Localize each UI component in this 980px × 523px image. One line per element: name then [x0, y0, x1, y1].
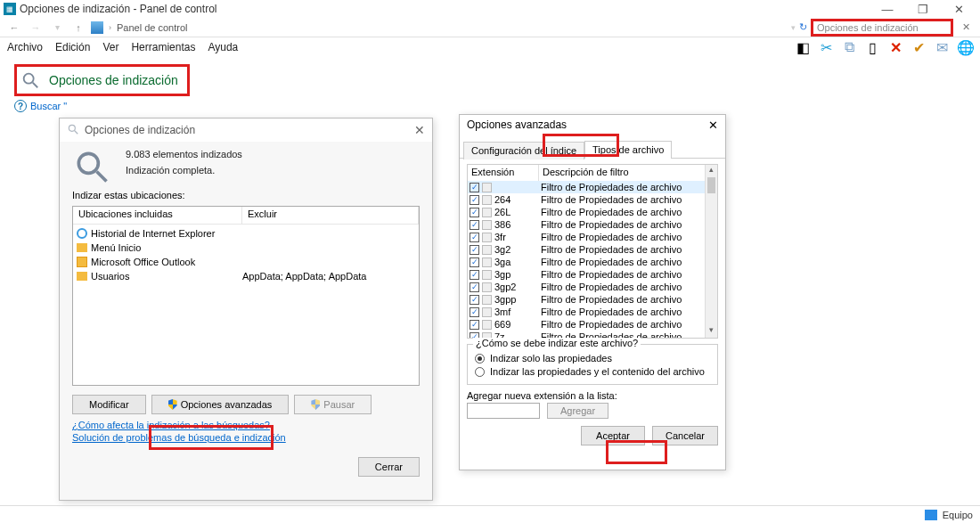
scroll-thumb[interactable] [707, 177, 715, 193]
checkbox[interactable]: ✓ [470, 220, 479, 230]
col-exclude[interactable]: Excluir [242, 207, 419, 224]
copy-icon[interactable]: ⧉ [841, 39, 857, 55]
add-extension-button[interactable]: Agregar [547, 403, 608, 419]
checkbox[interactable]: ✓ [470, 257, 479, 267]
refresh-button[interactable]: ↻ [799, 21, 807, 33]
close-button[interactable]: ✕ [941, 3, 976, 16]
svg-point-1 [69, 125, 75, 131]
file-type-row[interactable]: ✓7zFiltro de Propiedades de archivo [468, 331, 705, 338]
paste-icon[interactable]: ▯ [864, 39, 880, 56]
file-type-row[interactable]: ✓3frFiltro de Propiedades de archivo [468, 231, 705, 243]
locations-label: Indizar estas ubicaciones: [72, 190, 420, 200]
advanced-options-dialog: Opciones avanzadas ✕ Configuración del í… [459, 114, 726, 470]
col-extension[interactable]: Extensión [468, 165, 539, 181]
extension-text: 3fr [494, 232, 506, 242]
radio-properties-content[interactable] [475, 367, 485, 377]
checkbox[interactable]: ✓ [470, 307, 479, 317]
col-included[interactable]: Ubicaciones incluidas [73, 207, 242, 224]
file-type-row[interactable]: ✓3gppFiltro de Propiedades de archivo [468, 293, 705, 306]
extension-text: 26L [494, 207, 510, 217]
file-type-row[interactable]: ✓264Filtro de Propiedades de archivo [468, 193, 705, 206]
filetype-icon [482, 245, 492, 255]
advanced-options-button[interactable]: Opciones avanzadas [151, 395, 290, 414]
forward-button[interactable]: → [27, 22, 45, 33]
menu-ayuda[interactable]: Ayuda [208, 41, 238, 53]
checkbox[interactable]: ✓ [470, 208, 479, 217]
checkbox[interactable]: ✓ [470, 282, 479, 292]
menu-ver[interactable]: Ver [102, 41, 118, 53]
extension-text: 669 [494, 319, 510, 330]
file-type-row[interactable]: ✓Filtro de Propiedades de archivo [468, 181, 705, 193]
location-row[interactable]: Microsoft Office Outlook [77, 255, 415, 269]
square-icon[interactable]: ◧ [795, 39, 811, 56]
checkbox[interactable]: ✓ [470, 295, 479, 305]
menu-herramientas[interactable]: Herramientas [131, 41, 195, 53]
filter-description: Filtro de Propiedades de archivo [539, 194, 705, 205]
file-type-row[interactable]: ✓3gp2Filtro de Propiedades de archivo [468, 281, 705, 293]
dlg2-title: Opciones avanzadas [467, 118, 567, 131]
cut-icon[interactable]: ✂ [818, 39, 834, 56]
dlg2-close-button[interactable]: ✕ [708, 118, 718, 132]
checkbox[interactable]: ✓ [470, 320, 479, 330]
filetype-icon [482, 270, 492, 280]
location-name: Menú Inicio [91, 242, 141, 253]
location-row[interactable]: UsuariosAppData; AppData; AppData [77, 269, 415, 283]
globe-icon[interactable]: 🌐 [957, 39, 973, 56]
buscar-link[interactable]: Buscar " [30, 101, 67, 111]
modify-button[interactable]: Modificar [72, 395, 146, 414]
dlg1-titlebar: Opciones de indización ✕ [60, 118, 432, 142]
minimize-button[interactable]: — [870, 3, 905, 16]
radio-properties-only[interactable] [475, 354, 485, 364]
col-description[interactable]: Descripción de filtro [539, 165, 705, 181]
search-clear-button[interactable]: ✕ [957, 21, 975, 33]
delete-icon[interactable]: ✕ [887, 39, 903, 56]
magnifier-icon [20, 70, 40, 90]
breadcrumb[interactable]: › Panel de control [91, 21, 788, 34]
filter-description: Filtro de Propiedades de archivo [539, 219, 705, 230]
checkbox[interactable]: ✓ [470, 233, 479, 242]
mail-icon[interactable]: ✉ [934, 39, 950, 56]
toolbar: ◧ ✂ ⧉ ▯ ✕ ✔ ✉ 🌐 [795, 39, 973, 56]
window-title: Opciones de indización - Panel de contro… [20, 3, 216, 15]
filter-description: Filtro de Propiedades de archivo [539, 319, 705, 330]
filter-description: Filtro de Propiedades de archivo [539, 306, 705, 317]
scroll-up-icon[interactable]: ▴ [706, 165, 717, 177]
svg-point-2 [78, 153, 98, 173]
status-equipo: Equipo [943, 510, 973, 520]
checkbox[interactable]: ✓ [470, 245, 479, 255]
page-header: Opciones de indización [14, 64, 190, 96]
check-icon[interactable]: ✔ [911, 39, 927, 56]
location-row[interactable]: Historial de Internet Explorer [77, 226, 415, 241]
pause-button[interactable]: Pausar [294, 395, 372, 414]
checkbox[interactable]: ✓ [470, 183, 479, 192]
checkbox[interactable]: ✓ [470, 270, 479, 280]
file-type-row[interactable]: ✓3gaFiltro de Propiedades de archivo [468, 256, 705, 268]
file-type-row[interactable]: ✓3mfFiltro de Propiedades de archivo [468, 306, 705, 318]
menu-bar: Archivo Edición Ver Herramientas Ayuda ◧… [0, 37, 980, 57]
file-type-row[interactable]: ✓386Filtro de Propiedades de archivo [468, 218, 705, 231]
cp-icon [91, 21, 103, 34]
search-placeholder: Opciones de indización [817, 22, 919, 33]
extension-text: 3gp2 [494, 282, 516, 292]
file-type-row[interactable]: ✓3g2Filtro de Propiedades de archivo [468, 243, 705, 256]
scrollbar[interactable]: ▴ ▾ [705, 165, 717, 338]
search-input[interactable]: Opciones de indización [811, 19, 953, 37]
highlight-tab [543, 134, 619, 157]
scroll-down-icon[interactable]: ▾ [706, 325, 717, 338]
file-type-row[interactable]: ✓669Filtro de Propiedades de archivo [468, 318, 705, 331]
file-type-row[interactable]: ✓3gpFiltro de Propiedades de archivo [468, 268, 705, 281]
close-dialog-button[interactable]: Cerrar [358, 457, 420, 477]
dlg1-close-button[interactable]: ✕ [414, 123, 425, 137]
extension-text: 3gpp [494, 294, 516, 305]
svg-point-0 [24, 74, 34, 84]
back-button[interactable]: ← [5, 22, 23, 33]
menu-edicion[interactable]: Edición [55, 41, 90, 53]
shield-icon [311, 399, 320, 410]
file-type-row[interactable]: ✓26LFiltro de Propiedades de archivo [468, 206, 705, 218]
menu-archivo[interactable]: Archivo [7, 41, 43, 53]
location-row[interactable]: Menú Inicio [77, 241, 415, 255]
maximize-button[interactable]: ❐ [905, 3, 941, 16]
add-extension-input[interactable] [467, 403, 540, 419]
checkbox[interactable]: ✓ [470, 195, 479, 205]
up-button[interactable]: ↑ [69, 22, 87, 33]
